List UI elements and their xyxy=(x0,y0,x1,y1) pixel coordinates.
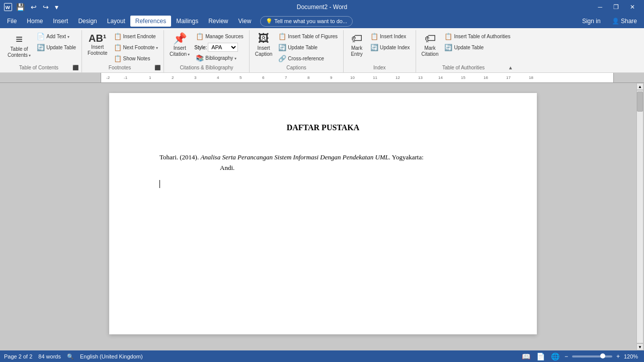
insert-index-button[interactable]: 📋 Insert Index xyxy=(368,31,413,42)
update-table-auth-label: Update Table xyxy=(454,45,484,50)
toc-label: Table ofContents ▾ xyxy=(8,46,31,58)
footnotes-expand-icon[interactable]: ⬛ xyxy=(154,65,160,70)
share-button[interactable]: 👤 Share xyxy=(607,16,642,27)
manage-sources-button[interactable]: 📋 Manage Sources xyxy=(193,31,246,42)
menu-view[interactable]: View xyxy=(233,16,257,27)
proofing-icon[interactable]: 🔍 xyxy=(67,353,74,360)
insert-citation-button[interactable]: 📌 InsertCitation ▾ xyxy=(167,31,192,59)
insert-table-auth-button[interactable]: 📋 Insert Table of Authorities xyxy=(442,31,513,42)
toc-group-label: Table of Contents xyxy=(5,64,72,71)
insert-index-label: Insert Index xyxy=(380,34,406,39)
authorities-collapse-icon[interactable]: ▲ xyxy=(508,65,513,70)
scroll-up-button[interactable]: ▲ xyxy=(636,83,643,90)
redo-qat-button[interactable]: ↪ xyxy=(41,3,51,12)
bibliography-button[interactable]: 📚 Bibliography ▾ xyxy=(193,53,246,63)
save-qat-button[interactable]: 💾 xyxy=(14,3,27,12)
citations-group-label: Citations & Bibliography xyxy=(167,64,246,71)
document-area[interactable]: DAFTAR PUSTAKA Tohari. (2014). Analisa S… xyxy=(10,83,636,350)
toc-buttons: ≡ Table ofContents ▾ 📄 Add Text ▾ 🔄 Upda… xyxy=(5,31,78,64)
customize-qat-button[interactable]: ▾ xyxy=(53,3,60,12)
update-index-button[interactable]: 🔄 Update Index xyxy=(368,42,413,53)
zoom-thumb[interactable] xyxy=(600,353,605,358)
word-count: 84 words xyxy=(38,353,61,359)
web-view-button[interactable]: 🌐 xyxy=(550,352,560,360)
menu-file[interactable]: File xyxy=(2,16,22,27)
insert-caption-button[interactable]: 🖼 InsertCaption xyxy=(253,31,275,59)
zoom-level[interactable]: 120% xyxy=(624,353,640,359)
svg-text:10: 10 xyxy=(350,75,355,80)
ref-publisher: Andi. xyxy=(190,164,234,171)
next-footnote-button[interactable]: 📋 Next Footnote ▾ xyxy=(111,42,161,53)
update-table-toc-icon: 🔄 xyxy=(37,44,45,51)
menu-design[interactable]: Design xyxy=(73,16,102,27)
menu-references[interactable]: References xyxy=(130,16,171,27)
zoom-in-button[interactable]: + xyxy=(616,353,620,360)
menu-insert[interactable]: Insert xyxy=(48,16,73,27)
update-table-auth-button[interactable]: 🔄 Update Table xyxy=(442,42,513,53)
main-area: DAFTAR PUSTAKA Tohari. (2014). Analisa S… xyxy=(0,83,644,350)
add-text-button[interactable]: 📄 Add Text ▾ xyxy=(34,31,78,42)
footnotes-small-group: 📋 Insert Endnote 📋 Next Footnote ▾ 📋 Sho… xyxy=(111,31,161,64)
menu-layout[interactable]: Layout xyxy=(102,16,130,27)
status-bar: Page 2 of 2 84 words 🔍 English (United K… xyxy=(0,350,644,362)
left-ruler xyxy=(0,83,10,350)
svg-text:11: 11 xyxy=(373,75,377,80)
insert-table-auth-label: Insert Table of Authorities xyxy=(454,34,510,39)
svg-text:1: 1 xyxy=(149,75,151,80)
restore-button[interactable]: ❐ xyxy=(608,2,624,13)
scroll-thumb[interactable] xyxy=(637,92,643,112)
svg-text:14: 14 xyxy=(438,75,443,80)
citations-buttons: 📌 InsertCitation ▾ 📋 Manage Sources Styl… xyxy=(167,31,246,64)
svg-text:18: 18 xyxy=(529,75,533,80)
footnotes-group-header: Footnotes ⬛ xyxy=(85,64,160,71)
ribbon-group-authorities: 🏷 MarkCitation 📋 Insert Table of Authori… xyxy=(416,30,516,72)
menu-home[interactable]: Home xyxy=(22,16,48,27)
mark-citation-label: MarkCitation xyxy=(422,45,439,57)
toc-group-header: Table of Contents ⬛ xyxy=(5,64,78,71)
authorities-buttons: 🏷 MarkCitation 📋 Insert Table of Authori… xyxy=(419,31,513,64)
sign-in-button[interactable]: Sign in xyxy=(577,16,606,27)
mark-entry-button[interactable]: 🏷 MarkEntry xyxy=(347,31,367,59)
update-table-toc-button[interactable]: 🔄 Update Table xyxy=(34,42,78,53)
reference-1: Tohari. (2014). Analisa Serta Perancanga… xyxy=(159,152,487,173)
menu-review[interactable]: Review xyxy=(203,16,233,27)
table-of-contents-button[interactable]: ≡ Table ofContents ▾ xyxy=(5,31,33,60)
svg-text:9: 9 xyxy=(330,75,333,80)
minimize-button[interactable]: ─ xyxy=(593,2,607,13)
show-notes-button[interactable]: 📋 Show Notes xyxy=(111,53,161,64)
print-view-button[interactable]: 📄 xyxy=(535,352,546,360)
authorities-group-header: Table of Authorities ▲ xyxy=(419,64,513,71)
insert-footnote-icon: AB¹ xyxy=(89,33,107,43)
insert-footnote-button[interactable]: AB¹ InsertFootnote xyxy=(85,31,110,58)
insert-table-of-figures-button[interactable]: 📋 Insert Table of Figures xyxy=(276,31,340,42)
show-notes-label: Show Notes xyxy=(123,56,150,61)
cross-reference-button[interactable]: 🔗 Cross-reference xyxy=(276,53,340,64)
update-table-captions-button[interactable]: 🔄 Update Table xyxy=(276,42,340,53)
right-scrollbar[interactable]: ▲ ▼ xyxy=(636,83,644,350)
style-select[interactable]: APA MLA Chicago xyxy=(208,43,238,52)
cross-reference-label: Cross-reference xyxy=(288,56,324,61)
ruler-right xyxy=(614,73,644,83)
close-button[interactable]: ✕ xyxy=(625,2,640,13)
update-table-toc-label: Update Table xyxy=(46,45,76,50)
ref-rest: Yogyakarta: xyxy=(390,153,424,161)
toc-expand-icon[interactable]: ⬛ xyxy=(72,65,78,70)
svg-text:15: 15 xyxy=(461,75,465,80)
captions-small-group: 📋 Insert Table of Figures 🔄 Update Table… xyxy=(276,31,340,64)
tell-me-input[interactable]: 💡 Tell me what you want to do... xyxy=(260,16,353,27)
cursor-paragraph[interactable] xyxy=(159,179,487,190)
scroll-down-button[interactable]: ▼ xyxy=(636,343,643,350)
mark-citation-button[interactable]: 🏷 MarkCitation xyxy=(419,31,441,59)
scroll-track[interactable] xyxy=(636,90,643,343)
insert-endnote-button[interactable]: 📋 Insert Endnote xyxy=(111,31,161,42)
zoom-out-button[interactable]: − xyxy=(565,353,568,360)
menu-mailings[interactable]: Mailings xyxy=(171,16,203,27)
document-title: DAFTAR PUSTAKA xyxy=(159,123,487,132)
zoom-slider[interactable] xyxy=(572,355,612,357)
undo-qat-button[interactable]: ↩ xyxy=(29,3,39,12)
read-view-button[interactable]: 📖 xyxy=(521,352,531,360)
svg-text:-1: -1 xyxy=(124,75,128,80)
index-small-group: 📋 Insert Index 🔄 Update Index xyxy=(368,31,413,53)
language-info[interactable]: English (United Kingdom) xyxy=(80,353,143,359)
ruler-marks: -2 -1 1 2 3 4 5 6 7 8 9 10 11 12 13 14 1… xyxy=(101,73,613,82)
